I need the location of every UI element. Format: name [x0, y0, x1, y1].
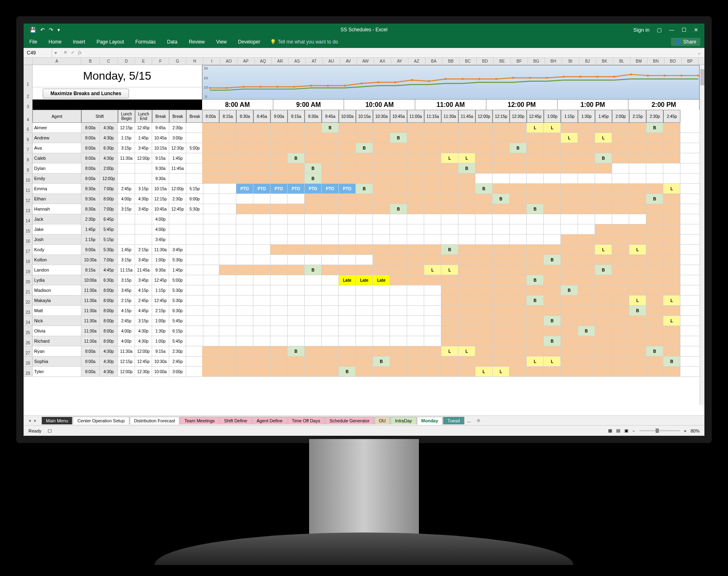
- timeline-cell[interactable]: [527, 316, 544, 326]
- timeline-cell[interactable]: [390, 153, 407, 163]
- timeline-cell[interactable]: [253, 265, 270, 275]
- timeline-cell[interactable]: PTO: [339, 184, 356, 193]
- timeline-cell[interactable]: [544, 285, 561, 295]
- timeline-cell[interactable]: [390, 235, 407, 244]
- timeline-cell[interactable]: [663, 163, 680, 173]
- timeline-cell[interactable]: L: [663, 316, 680, 326]
- timeline-cell[interactable]: [578, 336, 595, 346]
- timeline-cell[interactable]: [629, 326, 646, 336]
- sheet-tab-time-off-days[interactable]: Time Off Days: [288, 417, 325, 424]
- timeline-cell[interactable]: [561, 235, 578, 244]
- timeline-cell[interactable]: [373, 174, 390, 183]
- timeline-cell[interactable]: PTO: [322, 184, 339, 193]
- timeline-cell[interactable]: [339, 336, 356, 346]
- break-time[interactable]: 9:45a: [152, 123, 169, 133]
- shift-start[interactable]: 10:00a: [81, 275, 100, 285]
- timeline-cell[interactable]: [219, 316, 236, 326]
- timeline-cell[interactable]: [561, 296, 578, 305]
- timeline-cell[interactable]: [236, 316, 253, 326]
- timeline-cell[interactable]: [202, 235, 219, 244]
- row-header[interactable]: 14: [24, 214, 33, 224]
- shift-end[interactable]: 4:30p: [100, 133, 118, 143]
- timeline-cell[interactable]: [356, 133, 373, 143]
- break-time[interactable]: 9:15a: [152, 346, 169, 356]
- row-header[interactable]: 28: [24, 356, 33, 366]
- timeline-cell[interactable]: [407, 265, 424, 275]
- timeline-cell[interactable]: [629, 204, 646, 214]
- lunch-begin[interactable]: 3:15p: [118, 275, 135, 285]
- shift-start[interactable]: 11:30a: [81, 326, 100, 336]
- timeline-cell[interactable]: [339, 143, 356, 153]
- timeline-cell[interactable]: [373, 245, 390, 254]
- timeline-cell[interactable]: [475, 356, 493, 366]
- name-box[interactable]: C49: [24, 48, 52, 57]
- timeline-cell[interactable]: [544, 163, 561, 173]
- qat-customize-icon[interactable]: ▾: [57, 27, 60, 33]
- timeline-cell[interactable]: [356, 224, 373, 234]
- timeline-cell[interactable]: [253, 275, 270, 285]
- timeline-cell[interactable]: [510, 194, 527, 204]
- timeline-cell[interactable]: [646, 174, 663, 183]
- timeline-cell[interactable]: [441, 275, 458, 285]
- tell-me-input[interactable]: Tell me what you want to do: [276, 36, 344, 48]
- timeline-cell[interactable]: B: [578, 326, 595, 336]
- timeline-cell[interactable]: [561, 143, 578, 153]
- select-all-corner[interactable]: [24, 58, 33, 65]
- timeline-cell[interactable]: B: [663, 356, 680, 366]
- timeline-cell[interactable]: [663, 285, 680, 295]
- timeline-cell[interactable]: [561, 326, 578, 336]
- timeline-cell[interactable]: [202, 306, 219, 315]
- timeline-cell[interactable]: [339, 133, 356, 143]
- timeline-cell[interactable]: [270, 153, 288, 163]
- agent-name[interactable]: Landon: [33, 265, 81, 275]
- timeline-cell[interactable]: [373, 224, 390, 234]
- timeline-cell[interactable]: [202, 133, 219, 143]
- timeline-cell[interactable]: [236, 285, 253, 295]
- agent-name[interactable]: Ethan: [33, 194, 81, 204]
- timeline-cell[interactable]: [612, 235, 629, 244]
- timeline-cell[interactable]: [270, 326, 288, 336]
- row-header[interactable]: 24: [24, 316, 33, 326]
- timeline-cell[interactable]: PTO: [305, 184, 322, 193]
- shift-start[interactable]: 8:30a: [81, 184, 100, 193]
- timeline-cell[interactable]: [544, 346, 561, 356]
- lunch-end[interactable]: 2:15p: [135, 245, 152, 254]
- timeline-cell[interactable]: [629, 235, 646, 244]
- timeline-cell[interactable]: [288, 123, 305, 133]
- timeline-cell[interactable]: [612, 367, 629, 376]
- timeline-cell[interactable]: [646, 275, 663, 285]
- agent-name[interactable]: Matt: [33, 306, 81, 315]
- timeline-cell[interactable]: [458, 194, 475, 204]
- timeline-cell[interactable]: [441, 316, 458, 326]
- timeline-cell[interactable]: [527, 306, 544, 315]
- timeline-cell[interactable]: [646, 326, 663, 336]
- macro-record-icon[interactable]: ▢: [48, 428, 52, 433]
- timeline-cell[interactable]: [390, 296, 407, 305]
- break-time[interactable]: 5:30p: [169, 255, 186, 265]
- timeline-cell[interactable]: L: [527, 356, 544, 366]
- timeline-cell[interactable]: [407, 316, 424, 326]
- timeline-cell[interactable]: [236, 224, 253, 234]
- timeline-cell[interactable]: [322, 174, 339, 183]
- timeline-cell[interactable]: [510, 174, 527, 183]
- timeline-cell[interactable]: [373, 255, 390, 265]
- timeline-cell[interactable]: [510, 245, 527, 254]
- timeline-cell[interactable]: [629, 255, 646, 265]
- timeline-cell[interactable]: [236, 235, 253, 244]
- timeline-cell[interactable]: [373, 153, 390, 163]
- ribbon-tab-developer[interactable]: Developer: [232, 36, 266, 48]
- timeline-cell[interactable]: [356, 163, 373, 173]
- sheet-tab-ou[interactable]: OU: [375, 417, 390, 424]
- shift-start[interactable]: 11:30a: [81, 306, 100, 315]
- timeline-cell[interactable]: [595, 163, 612, 173]
- shift-end[interactable]: 4:30p: [100, 356, 118, 366]
- timeline-cell[interactable]: [441, 163, 458, 173]
- timeline-cell[interactable]: [356, 296, 373, 305]
- timeline-cell[interactable]: [322, 214, 339, 224]
- timeline-cell[interactable]: [253, 296, 270, 305]
- break-time[interactable]: 11:30a: [152, 245, 169, 254]
- timeline-cell[interactable]: [458, 336, 475, 346]
- break-time[interactable]: 5:45p: [169, 336, 186, 346]
- lunch-end[interactable]: 1:45p: [135, 133, 152, 143]
- timeline-cell[interactable]: [270, 275, 288, 285]
